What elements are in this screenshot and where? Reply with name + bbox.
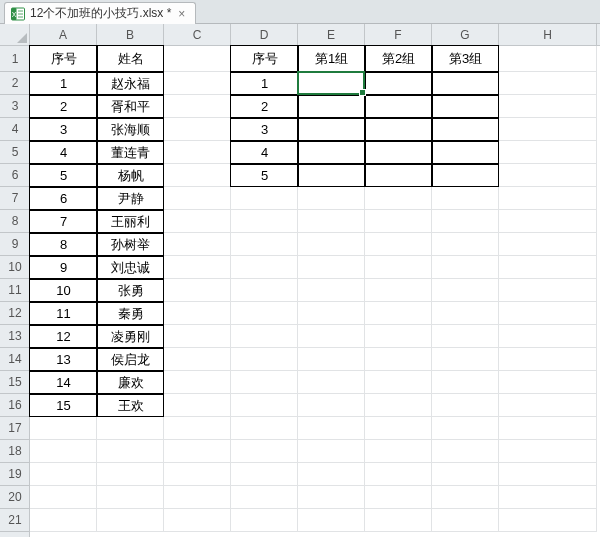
row-header-9[interactable]: 9	[0, 233, 30, 256]
workbook-tab-label: 12个不加班的小技巧.xlsx *	[30, 5, 171, 22]
svg-text:X: X	[12, 11, 17, 18]
right-data-cell[interactable]	[365, 141, 432, 164]
row-header-19[interactable]: 19	[0, 463, 30, 486]
right-data-cell[interactable]	[298, 72, 365, 95]
left-data-cell[interactable]: 孙树举	[97, 233, 164, 256]
cells-area[interactable]: 序号姓名1赵永福2胥和平3张海顺4董连青5杨帆6尹静7王丽利8孙树举9刘忠诚10…	[30, 46, 600, 537]
left-data-cell[interactable]: 杨帆	[97, 164, 164, 187]
left-data-cell[interactable]: 侯启龙	[97, 348, 164, 371]
right-data-cell[interactable]	[298, 164, 365, 187]
column-header-A[interactable]: A	[30, 24, 97, 46]
left-data-cell[interactable]: 凌勇刚	[97, 325, 164, 348]
right-data-cell[interactable]	[432, 164, 499, 187]
right-header-cell[interactable]: 序号	[231, 46, 298, 72]
column-header-E[interactable]: E	[298, 24, 365, 46]
row-header-7[interactable]: 7	[0, 187, 30, 210]
right-data-cell[interactable]	[432, 72, 499, 95]
right-data-cell[interactable]	[298, 95, 365, 118]
left-data-cell[interactable]: 5	[30, 164, 97, 187]
left-data-cell[interactable]: 7	[30, 210, 97, 233]
column-header-H[interactable]: H	[499, 24, 597, 46]
left-data-cell[interactable]: 2	[30, 95, 97, 118]
left-data-cell[interactable]: 12	[30, 325, 97, 348]
row-header-12[interactable]: 12	[0, 302, 30, 325]
left-data-cell[interactable]: 8	[30, 233, 97, 256]
right-data-cell[interactable]: 4	[231, 141, 298, 164]
column-header-C[interactable]: C	[164, 24, 231, 46]
row-headers[interactable]: 123456789101112131415161718192021	[0, 46, 30, 537]
excel-file-icon: X	[11, 7, 25, 21]
row-header-14[interactable]: 14	[0, 348, 30, 371]
workbook-tab[interactable]: X 12个不加班的小技巧.xlsx * ×	[4, 2, 196, 24]
left-header-cell[interactable]: 姓名	[97, 46, 164, 72]
right-header-cell[interactable]: 第1组	[298, 46, 365, 72]
right-data-cell[interactable]: 3	[231, 118, 298, 141]
close-icon[interactable]: ×	[176, 8, 187, 20]
left-data-cell[interactable]: 胥和平	[97, 95, 164, 118]
left-data-cell[interactable]: 廉欢	[97, 371, 164, 394]
right-data-cell[interactable]	[432, 118, 499, 141]
row-header-15[interactable]: 15	[0, 371, 30, 394]
row-header-4[interactable]: 4	[0, 118, 30, 141]
left-data-cell[interactable]: 10	[30, 279, 97, 302]
right-data-cell[interactable]	[365, 95, 432, 118]
column-header-G[interactable]: G	[432, 24, 499, 46]
right-data-cell[interactable]	[365, 118, 432, 141]
left-data-cell[interactable]: 4	[30, 141, 97, 164]
left-data-cell[interactable]: 14	[30, 371, 97, 394]
left-data-cell[interactable]: 15	[30, 394, 97, 417]
left-data-cell[interactable]: 1	[30, 72, 97, 95]
row-header-17[interactable]: 17	[0, 417, 30, 440]
left-data-cell[interactable]: 董连青	[97, 141, 164, 164]
left-data-cell[interactable]: 刘忠诚	[97, 256, 164, 279]
left-data-cell[interactable]: 张海顺	[97, 118, 164, 141]
select-all-corner[interactable]	[0, 24, 30, 46]
row-header-20[interactable]: 20	[0, 486, 30, 509]
row-header-3[interactable]: 3	[0, 95, 30, 118]
left-data-cell[interactable]: 11	[30, 302, 97, 325]
column-headers[interactable]: ABCDEFGH	[30, 24, 600, 46]
right-data-cell[interactable]: 1	[231, 72, 298, 95]
row-header-5[interactable]: 5	[0, 141, 30, 164]
left-data-cell[interactable]: 王丽利	[97, 210, 164, 233]
right-data-cell[interactable]	[298, 141, 365, 164]
column-header-F[interactable]: F	[365, 24, 432, 46]
right-data-cell[interactable]	[432, 141, 499, 164]
left-data-cell[interactable]: 13	[30, 348, 97, 371]
left-data-cell[interactable]: 3	[30, 118, 97, 141]
row-header-1[interactable]: 1	[0, 46, 30, 72]
row-header-13[interactable]: 13	[0, 325, 30, 348]
left-data-cell[interactable]: 秦勇	[97, 302, 164, 325]
row-header-21[interactable]: 21	[0, 509, 30, 532]
row-header-16[interactable]: 16	[0, 394, 30, 417]
left-data-cell[interactable]: 王欢	[97, 394, 164, 417]
left-data-cell[interactable]: 6	[30, 187, 97, 210]
right-data-cell[interactable]	[432, 95, 499, 118]
row-header-11[interactable]: 11	[0, 279, 30, 302]
spreadsheet-grid[interactable]: ABCDEFGH 1234567891011121314151617181920…	[0, 24, 600, 537]
left-data-cell[interactable]: 尹静	[97, 187, 164, 210]
row-header-2[interactable]: 2	[0, 72, 30, 95]
left-header-cell[interactable]: 序号	[30, 46, 97, 72]
right-data-cell[interactable]: 2	[231, 95, 298, 118]
right-header-cell[interactable]: 第2组	[365, 46, 432, 72]
right-data-cell[interactable]	[298, 118, 365, 141]
row-header-6[interactable]: 6	[0, 164, 30, 187]
column-header-B[interactable]: B	[97, 24, 164, 46]
row-header-8[interactable]: 8	[0, 210, 30, 233]
right-data-cell[interactable]	[365, 164, 432, 187]
workbook-tab-bar: X 12个不加班的小技巧.xlsx * ×	[0, 0, 600, 24]
row-header-18[interactable]: 18	[0, 440, 30, 463]
left-data-cell[interactable]: 9	[30, 256, 97, 279]
left-data-cell[interactable]: 赵永福	[97, 72, 164, 95]
row-header-10[interactable]: 10	[0, 256, 30, 279]
column-header-D[interactable]: D	[231, 24, 298, 46]
right-data-cell[interactable]: 5	[231, 164, 298, 187]
right-header-cell[interactable]: 第3组	[432, 46, 499, 72]
right-data-cell[interactable]	[365, 72, 432, 95]
left-data-cell[interactable]: 张勇	[97, 279, 164, 302]
